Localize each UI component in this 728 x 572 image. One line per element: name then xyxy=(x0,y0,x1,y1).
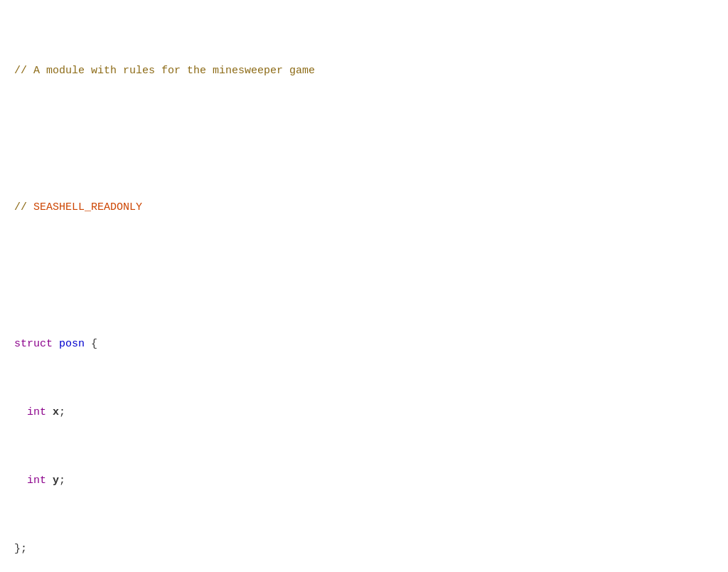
line-readonly: // SEASHELL_READONLY xyxy=(14,199,714,216)
line-blank-1 xyxy=(14,131,714,148)
line-field-x: int x; xyxy=(14,404,714,421)
line-blank-2 xyxy=(14,268,714,285)
line-struct-close: }; xyxy=(14,541,714,558)
line-struct-open: struct posn { xyxy=(14,336,714,353)
code-display: // A module with rules for the minesweep… xyxy=(14,11,714,572)
line-comment-1: // A module with rules for the minesweep… xyxy=(14,63,714,80)
line-field-y: int y; xyxy=(14,472,714,489)
